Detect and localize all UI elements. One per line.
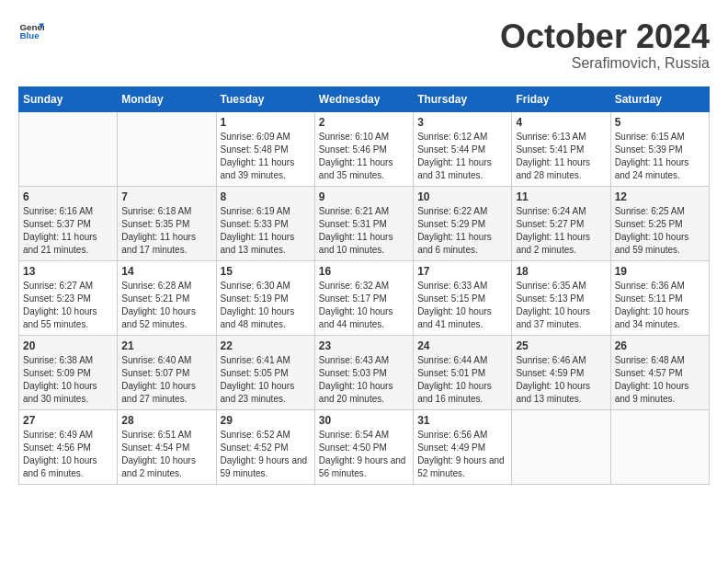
calendar-cell: 19Sunrise: 6:36 AM Sunset: 5:11 PM Dayli… (610, 260, 709, 335)
day-number: 9 (319, 190, 409, 203)
day-content: Sunrise: 6:36 AM Sunset: 5:11 PM Dayligh… (615, 280, 705, 331)
calendar-title: October 2024 (500, 18, 710, 55)
day-content: Sunrise: 6:54 AM Sunset: 4:50 PM Dayligh… (319, 429, 409, 480)
day-content: Sunrise: 6:52 AM Sunset: 4:52 PM Dayligh… (221, 429, 311, 480)
day-number: 4 (516, 116, 606, 129)
day-content: Sunrise: 6:46 AM Sunset: 4:59 PM Dayligh… (516, 354, 606, 406)
day-content: Sunrise: 6:12 AM Sunset: 5:44 PM Dayligh… (417, 131, 507, 182)
calendar-cell: 14Sunrise: 6:28 AM Sunset: 5:21 PM Dayli… (118, 260, 216, 335)
day-content: Sunrise: 6:24 AM Sunset: 5:27 PM Dayligh… (516, 205, 606, 257)
day-number: 31 (417, 414, 507, 427)
day-number: 22 (221, 339, 311, 352)
day-content: Sunrise: 6:30 AM Sunset: 5:19 PM Dayligh… (221, 280, 311, 331)
day-number: 5 (615, 116, 705, 129)
day-number: 11 (516, 190, 606, 203)
calendar-cell: 23Sunrise: 6:43 AM Sunset: 5:03 PM Dayli… (314, 335, 413, 409)
day-header-sunday: Sunday (19, 86, 118, 111)
title-block: October 2024 Serafimovich, Russia (500, 18, 710, 72)
day-content: Sunrise: 6:51 AM Sunset: 4:54 PM Dayligh… (121, 429, 211, 480)
calendar-table: SundayMondayTuesdayWednesdayThursdayFrid… (18, 86, 710, 485)
day-number: 21 (121, 339, 211, 352)
day-number: 19 (615, 265, 705, 278)
day-content: Sunrise: 6:49 AM Sunset: 4:56 PM Dayligh… (23, 429, 113, 480)
day-content: Sunrise: 6:56 AM Sunset: 4:49 PM Dayligh… (417, 429, 507, 480)
day-header-monday: Monday (118, 86, 216, 111)
calendar-cell: 2Sunrise: 6:10 AM Sunset: 5:46 PM Daylig… (314, 111, 413, 186)
day-content: Sunrise: 6:44 AM Sunset: 5:01 PM Dayligh… (417, 354, 507, 406)
day-content: Sunrise: 6:32 AM Sunset: 5:17 PM Dayligh… (319, 280, 409, 331)
day-number: 26 (615, 339, 705, 352)
day-content: Sunrise: 6:33 AM Sunset: 5:15 PM Dayligh… (417, 280, 507, 331)
day-content: Sunrise: 6:13 AM Sunset: 5:41 PM Dayligh… (516, 131, 606, 182)
day-number: 10 (417, 190, 507, 203)
day-content: Sunrise: 6:22 AM Sunset: 5:29 PM Dayligh… (417, 205, 507, 257)
logo-icon: General Blue (18, 18, 44, 44)
day-content: Sunrise: 6:10 AM Sunset: 5:46 PM Dayligh… (319, 131, 409, 182)
day-number: 16 (319, 265, 409, 278)
day-number: 6 (23, 190, 113, 203)
day-number: 29 (221, 414, 311, 427)
calendar-cell: 26Sunrise: 6:48 AM Sunset: 4:57 PM Dayli… (610, 335, 709, 409)
calendar-week-3: 13Sunrise: 6:27 AM Sunset: 5:23 PM Dayli… (19, 260, 710, 335)
day-number: 18 (516, 265, 606, 278)
calendar-cell: 12Sunrise: 6:25 AM Sunset: 5:25 PM Dayli… (610, 186, 709, 260)
calendar-cell (610, 409, 709, 484)
calendar-cell: 31Sunrise: 6:56 AM Sunset: 4:49 PM Dayli… (414, 409, 512, 484)
calendar-cell: 5Sunrise: 6:15 AM Sunset: 5:39 PM Daylig… (610, 111, 709, 186)
calendar-cell: 6Sunrise: 6:16 AM Sunset: 5:37 PM Daylig… (19, 186, 118, 260)
svg-text:Blue: Blue (19, 30, 40, 40)
calendar-cell: 30Sunrise: 6:54 AM Sunset: 4:50 PM Dayli… (314, 409, 413, 484)
calendar-cell (512, 409, 610, 484)
calendar-cell: 4Sunrise: 6:13 AM Sunset: 5:41 PM Daylig… (512, 111, 610, 186)
calendar-week-2: 6Sunrise: 6:16 AM Sunset: 5:37 PM Daylig… (19, 186, 710, 260)
calendar-cell: 20Sunrise: 6:38 AM Sunset: 5:09 PM Dayli… (19, 335, 118, 409)
day-number: 30 (319, 414, 409, 427)
day-number: 7 (121, 190, 211, 203)
calendar-cell: 28Sunrise: 6:51 AM Sunset: 4:54 PM Dayli… (118, 409, 216, 484)
day-number: 13 (23, 265, 113, 278)
calendar-cell: 16Sunrise: 6:32 AM Sunset: 5:17 PM Dayli… (314, 260, 413, 335)
day-content: Sunrise: 6:16 AM Sunset: 5:37 PM Dayligh… (23, 205, 113, 257)
day-header-friday: Friday (512, 86, 610, 111)
day-header-wednesday: Wednesday (314, 86, 413, 111)
day-content: Sunrise: 6:09 AM Sunset: 5:48 PM Dayligh… (221, 131, 311, 182)
calendar-cell: 15Sunrise: 6:30 AM Sunset: 5:19 PM Dayli… (216, 260, 314, 335)
day-content: Sunrise: 6:48 AM Sunset: 4:57 PM Dayligh… (615, 354, 705, 406)
day-number: 20 (23, 339, 113, 352)
calendar-subtitle: Serafimovich, Russia (500, 55, 710, 72)
page-header: General Blue October 2024 Serafimovich, … (18, 18, 710, 72)
calendar-header-row: SundayMondayTuesdayWednesdayThursdayFrid… (19, 86, 710, 111)
calendar-cell: 22Sunrise: 6:41 AM Sunset: 5:05 PM Dayli… (216, 335, 314, 409)
day-number: 3 (417, 116, 507, 129)
calendar-cell: 1Sunrise: 6:09 AM Sunset: 5:48 PM Daylig… (216, 111, 314, 186)
day-content: Sunrise: 6:21 AM Sunset: 5:31 PM Dayligh… (319, 205, 409, 257)
day-content: Sunrise: 6:38 AM Sunset: 5:09 PM Dayligh… (23, 354, 113, 406)
day-number: 17 (417, 265, 507, 278)
day-content: Sunrise: 6:41 AM Sunset: 5:05 PM Dayligh… (221, 354, 311, 406)
day-content: Sunrise: 6:43 AM Sunset: 5:03 PM Dayligh… (319, 354, 409, 406)
day-number: 25 (516, 339, 606, 352)
day-content: Sunrise: 6:25 AM Sunset: 5:25 PM Dayligh… (615, 205, 705, 257)
day-number: 14 (121, 265, 211, 278)
day-number: 8 (221, 190, 311, 203)
calendar-cell: 13Sunrise: 6:27 AM Sunset: 5:23 PM Dayli… (19, 260, 118, 335)
calendar-week-1: 1Sunrise: 6:09 AM Sunset: 5:48 PM Daylig… (19, 111, 710, 186)
calendar-cell: 24Sunrise: 6:44 AM Sunset: 5:01 PM Dayli… (414, 335, 512, 409)
day-number: 15 (221, 265, 311, 278)
day-content: Sunrise: 6:35 AM Sunset: 5:13 PM Dayligh… (516, 280, 606, 331)
calendar-week-5: 27Sunrise: 6:49 AM Sunset: 4:56 PM Dayli… (19, 409, 710, 484)
calendar-cell: 17Sunrise: 6:33 AM Sunset: 5:15 PM Dayli… (414, 260, 512, 335)
calendar-cell (118, 111, 216, 186)
calendar-cell: 21Sunrise: 6:40 AM Sunset: 5:07 PM Dayli… (118, 335, 216, 409)
calendar-cell: 18Sunrise: 6:35 AM Sunset: 5:13 PM Dayli… (512, 260, 610, 335)
calendar-cell: 25Sunrise: 6:46 AM Sunset: 4:59 PM Dayli… (512, 335, 610, 409)
day-number: 24 (417, 339, 507, 352)
logo: General Blue (18, 18, 44, 44)
day-content: Sunrise: 6:19 AM Sunset: 5:33 PM Dayligh… (221, 205, 311, 257)
day-header-tuesday: Tuesday (216, 86, 314, 111)
day-content: Sunrise: 6:27 AM Sunset: 5:23 PM Dayligh… (23, 280, 113, 331)
calendar-cell: 8Sunrise: 6:19 AM Sunset: 5:33 PM Daylig… (216, 186, 314, 260)
calendar-cell: 27Sunrise: 6:49 AM Sunset: 4:56 PM Dayli… (19, 409, 118, 484)
day-number: 2 (319, 116, 409, 129)
day-number: 27 (23, 414, 113, 427)
